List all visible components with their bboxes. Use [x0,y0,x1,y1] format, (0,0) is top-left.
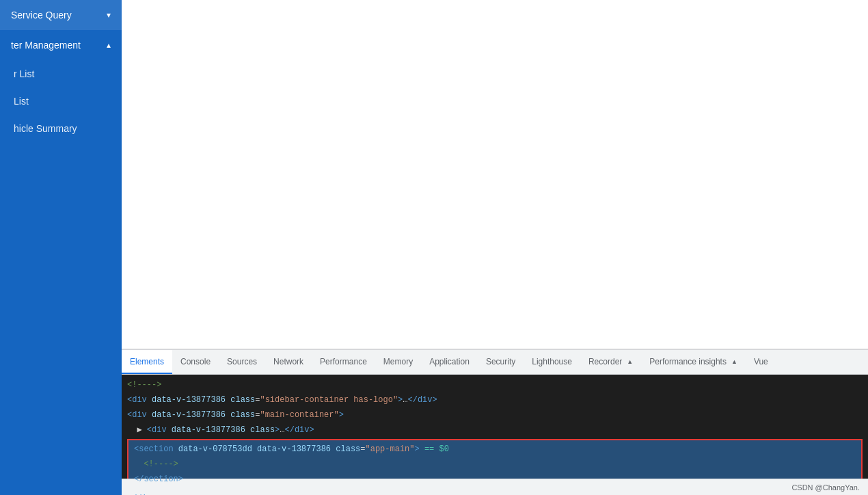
tab-performance-insights[interactable]: Performance insights [641,350,746,374]
tab-application[interactable]: Application [421,350,478,374]
tab-label: Performance [320,357,367,366]
tab-label: Network [273,357,303,366]
devtools-panel: Elements Console Sources Network Perform… [122,349,868,495]
tab-console[interactable]: Console [172,350,219,374]
sidebar-item-rlist[interactable]: r List [0,60,122,88]
bottom-bar: CSDN @ChangYan. [122,479,868,495]
sidebar: Service Query ▾ ter Management ▴ r List … [0,0,122,495]
right-panel: Elements Console Sources Network Perform… [122,0,868,495]
tab-performance[interactable]: Performance [312,350,375,374]
tab-label: Application [429,357,470,366]
tab-security[interactable]: Security [478,350,524,374]
sidebar-item-management[interactable]: ter Management ▴ [0,30,122,60]
sidebar-item-label: Service Query [11,10,72,21]
tab-label: Sources [227,357,257,366]
tab-label: Recorder [588,357,622,366]
code-line-1: <!----> [122,377,868,392]
tab-sources[interactable]: Sources [219,350,265,374]
code-line-3: <div data-v-13877386 class="main-contain… [122,407,868,423]
tab-label: Console [180,357,211,366]
tab-label: Vue [754,357,768,366]
tab-label: Lighthouse [532,357,572,366]
main-area: Service Query ▾ ter Management ▴ r List … [0,0,868,495]
tab-network[interactable]: Network [265,350,312,374]
sidebar-item-list[interactable]: List [0,88,122,115]
sidebar-item-vehicle-summary[interactable]: hicle Summary [0,115,122,142]
tab-lighthouse[interactable]: Lighthouse [524,350,580,374]
chevron-up-icon: ▴ [107,40,111,50]
tab-label: Memory [383,357,413,366]
code-line-2: <div data-v-13877386 class="sidebar-cont… [122,392,868,407]
chevron-down-icon: ▾ [107,10,111,20]
sidebar-item-label: ter Management [11,40,81,51]
sidebar-subitem-label: r List [14,68,34,79]
devtools-tabs: Elements Console Sources Network Perform… [122,349,868,375]
tab-recorder[interactable]: Recorder [580,350,641,374]
devtools-content: <!----> <div data-v-13877386 class="side… [122,375,868,479]
highlighted-line-2: <!----> [131,457,858,472]
sidebar-subitem-label: hicle Summary [14,123,77,134]
tab-elements[interactable]: Elements [122,350,172,374]
code-line-4: ▶ <div data-v-13877386 class>…</div> [122,423,868,438]
tab-vue[interactable]: Vue [746,350,776,374]
performance-insights-icon [729,358,737,365]
credit-text: CSDN @ChangYan. [791,483,860,492]
content-area [122,0,868,349]
tab-label: Performance insights [649,357,727,366]
recorder-icon [625,358,633,365]
tab-label: Elements [130,357,164,366]
tab-label: Security [486,357,515,366]
sidebar-subitem-label: List [14,96,29,107]
sidebar-item-service-query[interactable]: Service Query ▾ [0,0,122,30]
tab-memory[interactable]: Memory [375,350,421,374]
highlighted-line-1: <section data-v-078753dd data-v-13877386… [131,442,858,457]
